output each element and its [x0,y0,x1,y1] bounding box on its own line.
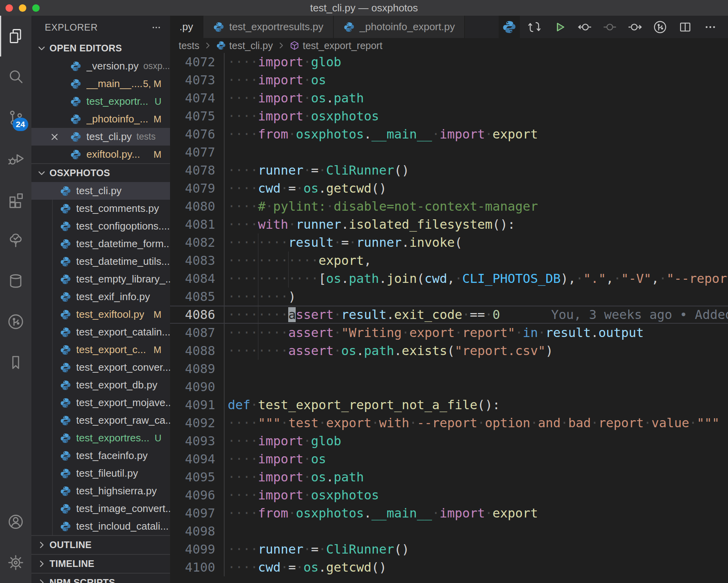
toolbar-split-editor-icon[interactable] [675,16,696,38]
python-file-icon [60,203,71,215]
breadcrumb-item-tests[interactable]: tests [179,40,199,51]
python-file-icon [60,309,71,321]
whitespace-dots: ···· [228,163,258,178]
open-editor-item-test_cli.py[interactable]: test_cli.pytests [31,128,170,146]
breadcrumb-item-test_export_report[interactable]: test_export_report [289,40,382,51]
code-line-4092: 4092····"""·test·export·with·--report·op… [170,414,728,432]
activity-item-testing[interactable] [0,220,31,261]
toolbar-nav-circle-icon[interactable] [599,16,620,38]
toolbar-gitlens-icon[interactable] [649,16,671,38]
maximize-window-button[interactable] [32,4,40,12]
toolbar-run-python-icon[interactable] [549,16,570,38]
file-label: test_export_db.py [76,379,157,391]
tree-item-test_incloud_catali...[interactable]: test_incloud_catali... [31,517,170,535]
tree-item-test_export_mojave...[interactable]: test_export_mojave... [31,394,170,412]
tree-item-test_empty_library_...[interactable]: test_empty_library_... [31,270,170,288]
tree-item-test_highsierra.py[interactable]: test_highsierra.py [31,482,170,500]
python-file-icon [60,362,71,373]
open-editor-item-exiftool.py...[interactable]: exiftool.py...M [31,146,170,163]
section-timeline[interactable]: TIMELINE [31,554,170,573]
tree-item-test_exportres...[interactable]: test_exportres...U [31,429,170,447]
line-number: 4095 [170,468,224,486]
tree-item-test_cli.py[interactable]: test_cli.py [31,182,170,200]
code-line-4080: 4080····#·pylint:·disable=not-context-ma… [170,197,728,215]
python-file-icon [60,291,71,303]
tree-item-test_fileutil.py[interactable]: test_fileutil.py [31,465,170,482]
code-line-4089: 4089 [170,360,728,378]
tree-item-test_export_catalin...[interactable]: test_export_catalin... [31,323,170,341]
section-open-editors[interactable]: OPEN EDITORS [31,39,170,57]
tree-item-test_comments.py[interactable]: test_comments.py [31,200,170,217]
close-icon[interactable] [49,132,60,142]
tree-item-test_faceinfo.py[interactable]: test_faceinfo.py [31,447,170,465]
tree-item-test_image_convert...[interactable]: test_image_convert... [31,500,170,517]
more-actions-icon [703,20,718,35]
python-file-icon [60,485,71,497]
python-file-icon [60,379,71,391]
toolbar-compare-changes-icon[interactable] [524,16,545,38]
code-line-4099: 4099····runner·=·CliRunner() [170,540,728,558]
tab-.py[interactable]: .py [170,16,203,38]
more-actions-icon[interactable] [150,22,162,33]
file-label: __main__.... [86,78,143,90]
minimize-window-button[interactable] [19,4,26,12]
toolbar-nav-back-icon[interactable] [574,16,595,38]
section-osxphotos[interactable]: OSXPHOTOS [31,163,170,182]
section-npm-scripts[interactable]: NPM SCRIPTS [31,573,170,583]
section-outline[interactable]: OUTLINE [31,535,170,554]
whitespace-dots: ············ [228,271,318,286]
line-number: 4075 [170,107,224,125]
python-icon [502,20,517,35]
activity-item-accounts[interactable] [0,501,31,542]
open-editor-item-_version.py[interactable]: _version.pyosxp... [31,57,170,75]
toolbar-more-actions-icon[interactable] [700,16,721,38]
file-label: test_cli.py [86,131,132,143]
whitespace-dots: ···· [228,55,258,69]
tree-item-test_exif_info.py[interactable]: test_exif_info.py [31,288,170,306]
code-line-4091: 4091def·test_export_report_not_a_file(): [170,396,728,414]
toolbar-python-icon[interactable] [499,16,520,38]
activity-item-extensions[interactable] [0,179,31,220]
tab-_photoinfo_export.py[interactable]: _photoinfo_export.py [334,16,465,38]
indent-guide [288,270,289,288]
open-editor-item-test_exportr...[interactable]: test_exportr...U [31,93,170,110]
python-file-icon [70,149,82,160]
close-window-button[interactable] [5,4,13,12]
tree-item-test_export_c...[interactable]: test_export_c...M [31,341,170,359]
code-editor[interactable]: 4072····import·glob4073····import·os4074… [170,53,728,583]
activity-item-gitlens[interactable] [0,301,31,342]
activity-item-bookmarks[interactable] [0,342,31,383]
toolbar-nav-forward-icon[interactable] [624,16,646,38]
tree-item-test_configoptions....[interactable]: test_configoptions.... [31,217,170,235]
database-icon [7,272,25,290]
symbol-method-icon [289,40,300,51]
git-status-badge: 5, M [143,78,161,89]
line-number: 4081 [170,215,224,233]
sidebar-title: EXPLORER [45,22,98,33]
tree-item-test_datetime_form...[interactable]: test_datetime_form... [31,235,170,253]
activity-item-explorer[interactable] [0,16,31,56]
extensions-icon [7,190,25,208]
tree-item-test_export_raw_ca...[interactable]: test_export_raw_ca... [31,412,170,429]
git-status-badge: M [154,344,161,355]
code-line-4079: 4079····cwd·=·os.getcwd() [170,179,728,197]
line-number: 4079 [170,179,224,197]
activity-item-settings[interactable] [0,542,31,583]
tree-item-test_export_conver...[interactable]: test_export_conver... [31,359,170,376]
file-label: test_export_raw_ca... [76,414,170,426]
activity-item-search[interactable] [0,56,31,97]
tree-item-test_export_db.py[interactable]: test_export_db.py [31,376,170,394]
open-editor-item-__main__....[interactable]: __main__....5, M [31,75,170,93]
tab-label: test_exportresults.py [229,21,324,33]
file-label: test_comments.py [76,202,159,215]
tree-item-test_exiftool.py[interactable]: test_exiftool.pyM [31,306,170,323]
tab-test_exportresults.py[interactable]: test_exportresults.py [203,16,334,38]
python-file-icon [70,96,82,107]
activity-item-database[interactable] [0,261,31,301]
python-file-icon [60,415,71,426]
open-editor-item-_photoinfo_...[interactable]: _photoinfo_...M [31,110,170,128]
tree-item-test_datetime_utils....[interactable]: test_datetime_utils.... [31,253,170,270]
activity-item-run-and-debug[interactable] [0,138,31,179]
activity-item-source-control[interactable]: 24 [0,97,31,138]
breadcrumb-item-test_cli.py[interactable]: test_cli.py [216,40,273,51]
